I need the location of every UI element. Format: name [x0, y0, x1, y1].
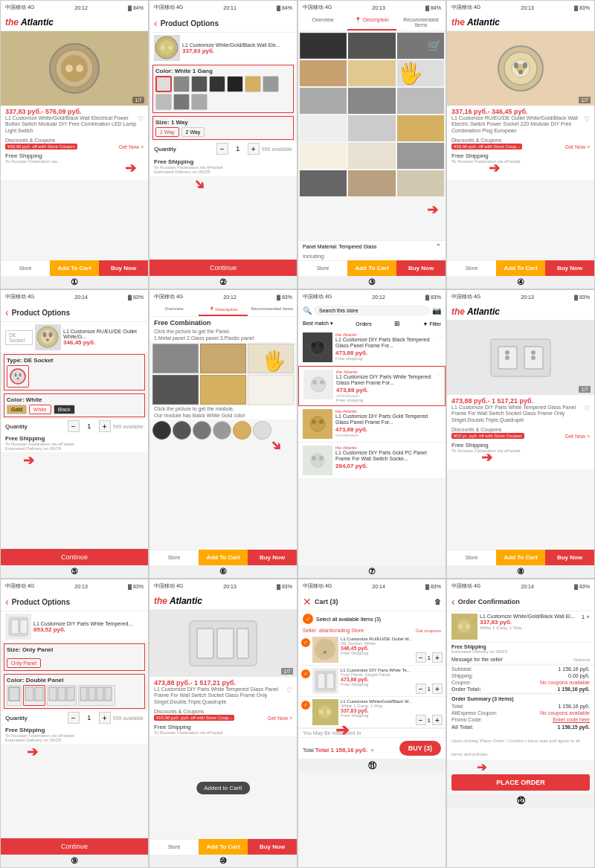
get-now-8[interactable]: Get Now > [565, 434, 590, 439]
item-more-1-7[interactable]: ··· [437, 333, 443, 341]
grid-item-10-3[interactable] [300, 115, 347, 141]
size-1way-2[interactable]: 1 Way [155, 127, 179, 137]
tab-rec-6[interactable]: Recommended Items [248, 303, 297, 316]
swatch-darker-2[interactable] [191, 76, 208, 92]
store-btn-10[interactable]: Store [149, 839, 199, 855]
grid-item-15-3[interactable] [397, 143, 444, 169]
panel-gold-6[interactable] [200, 375, 246, 405]
swatch-gray2-2[interactable] [155, 94, 172, 110]
panel-single-9[interactable] [7, 685, 22, 706]
grid-item-17-3[interactable] [348, 170, 395, 196]
color-gold-5[interactable]: Gold [7, 405, 27, 414]
grid-item-1-3[interactable] [300, 33, 347, 59]
back-btn-5[interactable]: ‹ [5, 306, 9, 318]
continue-btn-5[interactable]: Continue [1, 549, 148, 565]
color-white-5[interactable]: White [29, 405, 51, 414]
grid-item-18-3[interactable] [397, 170, 444, 196]
store-btn-6[interactable]: Store [149, 550, 199, 565]
store-btn-4[interactable]: Store [447, 260, 496, 276]
camera-icon-7[interactable]: 📷 [432, 306, 441, 315]
tab-overview-3[interactable]: Overview [298, 14, 347, 30]
buy-now-btn-4[interactable]: Buy Now [545, 260, 594, 276]
qty-plus-5[interactable]: + [99, 420, 111, 432]
get-coupon-11[interactable]: Get coupons [416, 629, 441, 633]
cart-minus-3-11[interactable]: − [416, 715, 426, 725]
store-btn-1[interactable]: Store [1, 260, 50, 276]
cart-check-3-11[interactable]: ✓ [301, 701, 310, 710]
filter-btn-7[interactable]: ▼ Filter [423, 321, 441, 327]
grid-item-2-3[interactable] [348, 33, 395, 59]
grid-item-13-3[interactable] [300, 143, 347, 169]
swatch-white-1gang-2[interactable] [155, 76, 172, 92]
back-btn-12[interactable]: ‹ [451, 596, 455, 608]
mod-gray-6[interactable] [193, 421, 211, 440]
wishlist-1[interactable]: ♡ [138, 115, 144, 123]
search-item-4-7[interactable]: the Atlantic L1 Customize DIY Parts Gold… [298, 443, 446, 479]
add-cart-btn-10[interactable]: Add To Cart [199, 839, 248, 855]
search-item-3-7[interactable]: the Atlantic L1 Customize DIY Parts Gold… [298, 406, 446, 443]
get-now-4[interactable]: Get Now > [565, 144, 590, 150]
size-only-panel-9[interactable]: Only Panel [7, 658, 41, 668]
grid-item-4-3[interactable] [300, 60, 347, 86]
qty-minus-9[interactable]: − [68, 712, 80, 724]
wishlist-8[interactable]: ♡ [584, 405, 590, 412]
grid-item-9-3[interactable] [397, 88, 444, 114]
sort-label-7[interactable]: Best match ▾ [303, 321, 333, 327]
tab-ov-6[interactable]: Overview [149, 303, 199, 316]
tab-desc-6[interactable]: 📍 Description [199, 303, 248, 316]
back-btn-9[interactable]: ‹ [5, 596, 9, 608]
qty-plus-2[interactable]: + [248, 143, 260, 155]
add-cart-btn-6[interactable]: Add To Cart [199, 550, 248, 565]
grid-icon-7[interactable]: ⊞ [394, 320, 400, 327]
cart-check-2-11[interactable]: ✓ [301, 669, 310, 678]
promo-val-12[interactable]: Enter code here [553, 717, 590, 723]
mod-dark-6[interactable] [173, 421, 191, 440]
store-btn-3[interactable]: Store [298, 260, 347, 276]
buy-now-btn-6[interactable]: Buy Now [248, 550, 297, 565]
add-cart-btn-1[interactable]: Add To Cart [50, 260, 99, 276]
tab-desc-3[interactable]: 📍 Description [347, 14, 396, 30]
swatch-black2-2[interactable] [227, 76, 243, 92]
grid-item-11-3[interactable] [348, 115, 395, 141]
qty-minus-2[interactable]: − [216, 143, 228, 155]
grid-item-8-3[interactable] [348, 88, 395, 114]
select-all-check-11[interactable]: ✓ [303, 614, 313, 624]
panel-cream-6[interactable] [248, 375, 294, 405]
buy-now-btn-3[interactable]: Buy Now [396, 260, 446, 276]
cart-minus-1-11[interactable]: − [416, 652, 426, 663]
grid-item-5-3[interactable] [348, 60, 395, 86]
grid-item-7-3[interactable] [300, 88, 347, 114]
qty-plus-9[interactable]: + [99, 712, 111, 724]
cart-minus-2-11[interactable]: − [416, 684, 426, 694]
mod-gray2-6[interactable] [213, 421, 231, 440]
wishlist-4[interactable]: ♡ [584, 115, 590, 123]
buy-now-btn-1[interactable]: Buy Now [99, 260, 148, 276]
panel-white-6[interactable] [248, 344, 294, 373]
get-now-1[interactable]: Get Now > [119, 144, 144, 150]
delete-icon-11[interactable]: 🗑 [434, 598, 441, 605]
add-cart-btn-3[interactable]: Add To Cart [347, 260, 396, 276]
panel-black-6[interactable] [152, 344, 199, 373]
grid-item-6-3[interactable] [397, 60, 444, 86]
panel-double-9[interactable] [23, 685, 45, 706]
socket-de-5[interactable] [7, 365, 29, 388]
swatch-dark-2[interactable] [173, 76, 190, 92]
qty-minus-5[interactable]: − [68, 420, 80, 432]
search-input-7[interactable]: Search this store [314, 306, 430, 315]
grid-item-14-3[interactable] [348, 143, 395, 169]
place-order-btn-12[interactable]: PLACE ORDER [451, 774, 590, 791]
grid-item-12-3[interactable] [397, 115, 444, 141]
size-2way-2[interactable]: 2 Way [181, 127, 205, 137]
add-cart-btn-4[interactable]: Add To Cart [496, 260, 545, 276]
search-item-2-7[interactable]: the Atlantic L1 Customize DIY Parts Whit… [298, 366, 446, 406]
orders-label-7[interactable]: Orders [356, 321, 371, 327]
chevron-3[interactable]: ⌃ [436, 243, 441, 250]
search-item-1-7[interactable]: the Atlantic L1 Customize DIY Parts Blac… [298, 329, 446, 366]
back-btn-11[interactable]: ✕ [303, 596, 312, 608]
swatch-gray3-2[interactable] [173, 94, 190, 110]
continue-btn-9[interactable]: Continue [1, 838, 148, 855]
panel-dark-6[interactable] [152, 375, 199, 405]
get-now-10[interactable]: Get Now > [268, 716, 292, 721]
add-cart-btn-8[interactable]: Add To Cart [496, 550, 545, 565]
panel-quad-9[interactable] [78, 685, 115, 706]
